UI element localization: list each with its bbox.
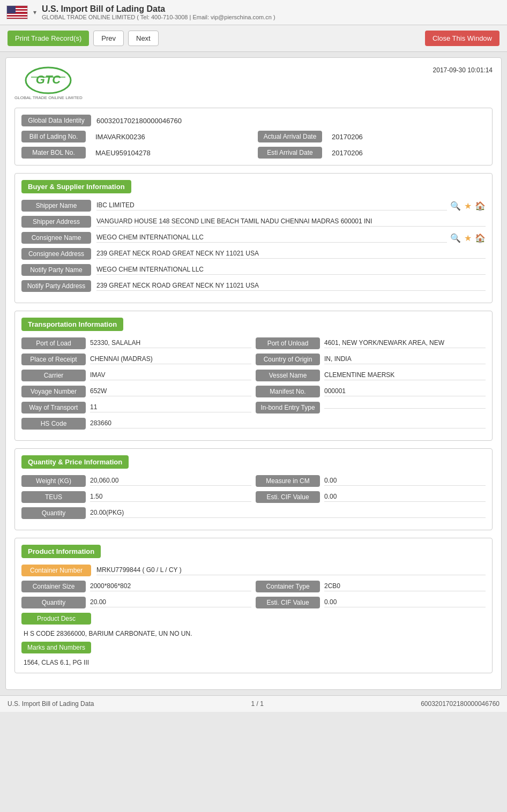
svg-text:GTC: GTC [36,73,62,86]
carrier-col: Carrier IMAV [21,370,251,381]
hs-code-value: 283660 [90,419,486,428]
place-receipt-value: CHENNAI (MADRAS) [90,355,251,364]
bol-no-row: Bill of Lading No. IMAVARK00236 [21,131,249,142]
prev-button[interactable]: Prev [93,31,124,46]
consignee-star-icon[interactable]: ★ [464,233,472,243]
shipper-address-row: Shipper Address VANGUARD HOUSE 148 SECON… [21,216,486,228]
actual-arrival-row: Actual Arrival Date 20170206 [258,131,486,142]
container-number-label: Container Number [21,565,91,576]
marks-section: Marks and Numbers 1564, CLAS 6.1, PG III [21,642,486,666]
shipper-name-row: Shipper Name IBC LIMITED 🔍 ★ 🏠 [21,200,486,212]
shipper-name-label: Shipper Name [21,200,91,212]
way-transport-label: Way of Transport [21,402,86,413]
transportation-header: Transportation Information [21,318,486,331]
notify-party-address-row: Notify Party Address 239 GREAT NECK ROAD… [21,280,486,292]
hs-code-col: HS Code 283660 [21,418,486,430]
footer-right: 6003201702180000046760 [421,700,499,708]
port-row: Port of Load 52330, SALALAH Port of Unlo… [21,337,486,349]
quantity-value: 20.00(PKG) [90,509,486,518]
quantity-price-title: Quantity & Price Information [21,455,129,469]
esti-cif-value: 0.00 [324,493,486,502]
voyage-value: 652W [90,387,251,396]
esti-arrival-value: 20170206 [332,149,363,157]
global-data-label: Global Data Identity [21,115,91,126]
product-desc-label: Product Desc [21,613,91,625]
hs-code-label: HS Code [21,418,86,430]
place-receipt-label: Place of Receipt [21,354,86,365]
notify-party-name-label: Notify Party Name [21,264,91,276]
inbond-value [324,407,486,409]
prod-cif-label: Esti. CIF Value [256,597,320,608]
logo-box: GTC GLOBAL TRADE ONLINE LIMITED [14,66,83,100]
carrier-label: Carrier [21,370,86,381]
notify-party-name-value: WEGO CHEM INTERNATIONAL LLC [96,266,486,275]
measure-value: 0.00 [324,477,486,486]
toolbar: Print Trade Record(s) Prev Next Close Th… [0,25,507,52]
header: ▾ U.S. Import Bill of Lading Data GLOBAL… [0,0,507,25]
container-type-value: 2CB0 [324,582,486,591]
footer-center: 1 / 1 [251,700,264,708]
prod-quantity-cif-row: Quantity 20.00 Esti. CIF Value 0.00 [21,597,486,608]
hs-code-row: HS Code 283660 [21,418,486,430]
buyer-supplier-card: Buyer & Supplier Information Shipper Nam… [14,173,493,303]
prod-quantity-label: Quantity [21,597,86,608]
global-data-value: 6003201702180000046760 [96,117,182,125]
consignee-address-label: Consignee Address [21,248,91,260]
voyage-label: Voyage Number [21,386,86,397]
product-info-card: Product Information Container Number MRK… [14,538,493,673]
weight-measure-row: Weight (KG) 20,060.00 Measure in CM 0.00 [21,475,486,487]
port-unload-col: Port of Unload 4601, NEW YORK/NEWARK ARE… [256,337,486,349]
shipper-home-icon[interactable]: 🏠 [475,201,486,211]
weight-value: 20,060.00 [90,477,251,486]
way-transport-value: 11 [90,403,251,412]
consignee-search-icon[interactable]: 🔍 [450,233,461,243]
actual-arrival-value: 20170206 [332,133,363,141]
shipper-address-label: Shipper Address [21,216,91,228]
teus-value: 1.50 [90,493,251,502]
port-load-label: Port of Load [21,337,86,349]
consignee-home-icon[interactable]: 🏠 [475,233,486,243]
country-origin-label: Country of Origin [256,354,320,365]
esti-cif-label: Esti. CIF Value [256,491,320,503]
vessel-label: Vessel Name [256,370,320,381]
buyer-supplier-title: Buyer & Supplier Information [21,180,131,193]
close-button[interactable]: Close This Window [425,31,499,46]
marks-value: 1564, CLAS 6.1, PG III [24,659,486,666]
country-origin-col: Country of Origin IN, INDIA [256,354,486,365]
header-subtitle: GLOBAL TRADE ONLINE LIMITED ( Tel: 400-7… [42,14,275,20]
shipper-search-icon[interactable]: 🔍 [450,201,461,211]
consignee-name-with-icons: WEGO CHEM INTERNATIONAL LLC 🔍 ★ 🏠 [91,233,486,243]
vessel-value: CLEMENTINE MAERSK [324,371,486,380]
measure-label: Measure in CM [256,475,320,487]
consignee-name-value: WEGO CHEM INTERNATIONAL LLC [96,234,447,243]
mater-bol-row: Mater BOL No. MAEU959104278 [21,147,249,159]
prod-quantity-col: Quantity 20.00 [21,597,251,608]
next-button[interactable]: Next [128,31,159,46]
mater-bol-label: Mater BOL No. [21,147,86,159]
dropdown-icon[interactable]: ▾ [33,9,36,16]
manifest-value: 000001 [324,387,486,396]
port-load-col: Port of Load 52330, SALALAH [21,337,251,349]
product-info-title: Product Information [21,545,101,558]
global-data-row: Global Data Identity 6003201702180000046… [21,115,486,126]
notify-party-name-row: Notify Party Name WEGO CHEM INTERNATIONA… [21,264,486,276]
esti-arrival-row: Esti Arrival Date 20170206 [258,147,486,159]
teus-col: TEUS 1.50 [21,491,251,503]
main-content: GTC GLOBAL TRADE ONLINE LIMITED 2017-09-… [5,57,502,690]
quantity-row: Quantity 20.00(PKG) [21,507,486,519]
container-size-label: Container Size [21,581,86,592]
transportation-card: Transportation Information Port of Load … [14,311,493,441]
container-type-col: Container Type 2CB0 [256,581,486,592]
consignee-address-value: 239 GREAT NECK ROAD GREAT NECK NY 11021 … [96,250,486,259]
shipper-star-icon[interactable]: ★ [464,201,472,211]
container-size-type-row: Container Size 2000*806*802 Container Ty… [21,581,486,592]
actual-arrival-label: Actual Arrival Date [258,131,322,142]
port-load-value: 52330, SALALAH [90,339,251,348]
port-unload-label: Port of Unload [256,337,320,349]
prod-quantity-value: 20.00 [90,598,251,607]
print-button[interactable]: Print Trade Record(s) [8,31,89,46]
footer-left: U.S. Import Bill of Lading Data [8,700,94,708]
container-number-value: MRKU7799844 ( G0 / L / CY ) [96,566,486,575]
shipper-name-value: IBC LIMITED [96,201,447,210]
receipt-origin-row: Place of Receipt CHENNAI (MADRAS) Countr… [21,354,486,365]
